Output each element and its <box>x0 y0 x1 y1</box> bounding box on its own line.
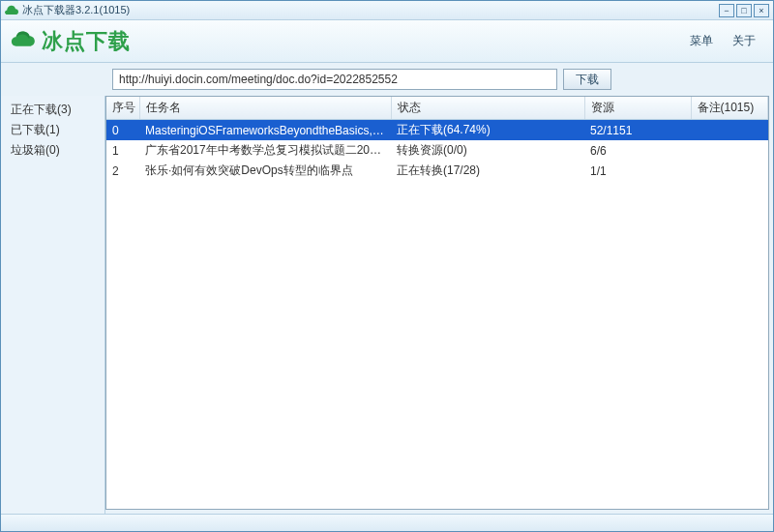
titlebar[interactable]: 冰点下载器3.2.1(1015) − □ × <box>1 1 773 20</box>
main-panel: 序号 任务名 状态 资源 备注(1015) 0MasteringiOSFrame… <box>105 96 769 510</box>
download-button[interactable]: 下载 <box>563 69 611 90</box>
brand: 冰点下载 <box>9 27 680 56</box>
cell-seq: 1 <box>106 140 139 161</box>
col-name[interactable]: 任务名 <box>139 97 391 120</box>
close-button[interactable]: × <box>754 4 769 17</box>
app-window: 冰点下载器3.2.1(1015) − □ × 冰点下载 菜单 关于 下载 正在下… <box>0 0 774 532</box>
cell-status: 正在下载(64.74%) <box>391 120 584 141</box>
downloads-table: 序号 任务名 状态 资源 备注(1015) 0MasteringiOSFrame… <box>106 97 768 181</box>
cell-status: 正在转换(17/28) <box>391 161 584 181</box>
cell-note <box>691 161 768 181</box>
url-row: 下载 <box>1 63 773 96</box>
window-controls: − □ × <box>719 4 769 17</box>
col-seq[interactable]: 序号 <box>106 97 139 120</box>
statusbar <box>1 514 773 531</box>
cell-resource: 1/1 <box>584 161 691 181</box>
cell-resource: 6/6 <box>584 140 691 161</box>
sidebar-item-downloaded[interactable]: 已下载(1) <box>1 120 104 140</box>
col-status[interactable]: 状态 <box>391 97 584 120</box>
about-button[interactable]: 关于 <box>723 29 765 53</box>
sidebar-item-downloading[interactable]: 正在下载(3) <box>1 100 104 120</box>
minimize-button[interactable]: − <box>719 4 734 17</box>
sidebar: 正在下载(3) 已下载(1) 垃圾箱(0) <box>1 96 105 514</box>
cell-name: 广东省2017年中考数学总复习模拟试题二201707... <box>139 140 391 161</box>
table-header-row: 序号 任务名 状态 资源 备注(1015) <box>106 97 768 120</box>
cell-note <box>691 120 768 141</box>
cell-seq: 2 <box>106 161 139 181</box>
table-row[interactable]: 1广东省2017年中考数学总复习模拟试题二201707...转换资源(0/0)6… <box>106 140 768 161</box>
cell-resource: 52/1151 <box>584 120 691 141</box>
cell-status: 转换资源(0/0) <box>391 140 584 161</box>
col-note[interactable]: 备注(1015) <box>691 97 768 120</box>
brand-text: 冰点下载 <box>42 27 131 56</box>
col-resource[interactable]: 资源 <box>584 97 691 120</box>
cell-name: MasteringiOSFrameworksBeyondtheBasics,2n… <box>139 120 391 141</box>
table-row[interactable]: 0MasteringiOSFrameworksBeyondtheBasics,2… <box>106 120 768 141</box>
maximize-button[interactable]: □ <box>736 4 752 17</box>
cell-seq: 0 <box>106 120 139 141</box>
app-icon <box>5 4 18 17</box>
cell-note <box>691 140 768 161</box>
table-body: 0MasteringiOSFrameworksBeyondtheBasics,2… <box>106 120 768 182</box>
brand-icon <box>9 28 36 55</box>
url-input[interactable] <box>112 69 557 90</box>
menu-button[interactable]: 菜单 <box>680 29 723 53</box>
header: 冰点下载 菜单 关于 <box>1 20 773 63</box>
table-row[interactable]: 2张乐·如何有效突破DevOps转型的临界点正在转换(17/28)1/1 <box>106 161 768 181</box>
sidebar-item-trash[interactable]: 垃圾箱(0) <box>1 140 104 161</box>
window-title: 冰点下载器3.2.1(1015) <box>22 3 715 17</box>
body: 正在下载(3) 已下载(1) 垃圾箱(0) 序号 任务名 状态 资源 备注(10… <box>1 96 773 514</box>
cell-name: 张乐·如何有效突破DevOps转型的临界点 <box>139 161 391 181</box>
